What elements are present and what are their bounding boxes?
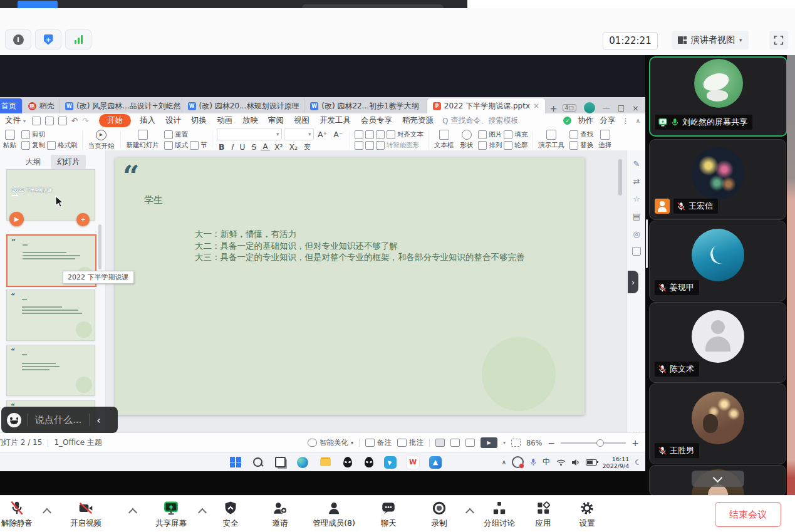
more-menu-icon[interactable]: ⋮ [621, 116, 630, 125]
collaborate-button[interactable]: 协作 [578, 115, 593, 126]
new-slide-button[interactable]: 新建幻灯片 [123, 130, 163, 150]
notification-moon-icon[interactable]: ☾ [635, 458, 642, 467]
ribbon-tab-slideshow[interactable]: 放映 [242, 115, 258, 126]
grow-font-button[interactable]: A⁺ [316, 130, 330, 139]
fit-slide-button[interactable] [511, 439, 521, 447]
add-slide-button[interactable]: + [76, 213, 90, 226]
reading-view-button[interactable] [465, 439, 475, 447]
slides-tab[interactable]: 幻灯片 [51, 155, 86, 169]
ribbon-tab-insert[interactable]: 插入 [140, 115, 155, 126]
favorites-panel-icon[interactable]: ☆ [633, 194, 640, 204]
play-from-page-button[interactable]: ▶当页开始 [85, 130, 118, 150]
clock[interactable]: 16:112022/9/4 [603, 456, 630, 469]
font-name-select[interactable]: ▾ [217, 128, 282, 140]
font-size-select[interactable]: ▾ [284, 128, 314, 140]
participant-tile-sharing[interactable]: 刘屹然的屏幕共享 [649, 56, 787, 137]
find-button[interactable]: 查找 [569, 130, 593, 139]
replace-button[interactable]: 替换 [569, 141, 593, 150]
layout-panel-icon[interactable]: ▤ [633, 212, 640, 221]
tab-manager-badge[interactable]: 4□ [563, 104, 576, 112]
participant-tile-partial[interactable] [649, 465, 786, 495]
textbox-button[interactable]: 文本框 [431, 130, 457, 150]
align-left-icon[interactable] [355, 141, 363, 150]
wps-home-tab[interactable]: 首页 [0, 98, 23, 113]
wps-doc-tab-2[interactable]: W(改) 园林20...林规划设计原理 [182, 98, 305, 113]
outline-button[interactable]: 轮廓 [504, 141, 527, 150]
record-options-chevron[interactable] [465, 508, 474, 517]
battery-icon[interactable] [586, 459, 597, 466]
alienware-icon-1[interactable] [341, 456, 355, 469]
participant-tile[interactable]: 姜现甲 [649, 221, 786, 301]
slideshow-button[interactable]: ▶ [481, 437, 497, 448]
transition-panel-icon[interactable]: ⇄ [633, 177, 640, 186]
zoom-in-button[interactable]: + [631, 438, 639, 448]
save-icon[interactable] [32, 117, 41, 125]
ribbon-tab-dev[interactable]: 开发工具 [320, 115, 351, 126]
settings-button[interactable]: 设置 [579, 500, 595, 529]
thumbnail-scrollbar[interactable] [98, 224, 101, 269]
tray-chevron-icon[interactable]: ∧ [502, 459, 506, 466]
preview-icon[interactable] [58, 117, 67, 125]
paste-button[interactable]: 粘贴 [0, 130, 19, 150]
meeting-info-button[interactable]: i [5, 29, 31, 50]
cut-button[interactable]: 剪切 [21, 130, 78, 139]
shapes-button[interactable]: 形状 [457, 130, 476, 150]
fullscreen-button[interactable] [769, 31, 788, 50]
align-center-icon[interactable] [365, 141, 374, 150]
mic-tray-icon[interactable] [529, 457, 537, 467]
messenger-app-icon[interactable] [383, 456, 397, 469]
share-screen-button[interactable]: 共享屏幕 [155, 500, 187, 529]
record-button[interactable]: 录制 [431, 500, 447, 529]
slide-sorter-view-button[interactable] [450, 439, 460, 447]
chat-input[interactable]: 说点什么... [28, 414, 89, 426]
edit-panel-icon[interactable]: ✎ [633, 159, 640, 169]
media-panel-icon[interactable]: ◎ [633, 229, 640, 239]
new-tab-button[interactable]: + [545, 103, 563, 113]
notes-button[interactable]: 备注 [365, 438, 392, 447]
number-list-icon[interactable] [365, 130, 374, 139]
share-button[interactable]: 分享 [600, 115, 615, 126]
zoom-slider[interactable] [561, 442, 626, 444]
video-options-chevron[interactable] [128, 508, 137, 517]
line-spacing-icon[interactable] [376, 141, 385, 150]
format-painter-button[interactable]: 格式刷 [47, 141, 78, 150]
ribbon-tab-docer[interactable]: 稻壳资源 [402, 115, 434, 126]
indent-decrease-icon[interactable] [376, 130, 385, 139]
chat-quick-bar[interactable]: 说点什么... ‹ [1, 407, 118, 433]
collapse-chat-button[interactable]: ‹ [90, 414, 107, 426]
scroll-participants-down-button[interactable] [692, 471, 744, 487]
ribbon-tab-review[interactable]: 审阅 [268, 115, 284, 126]
redo-icon[interactable]: ↷ [82, 116, 88, 125]
smartart-button[interactable]: 转智能图形 [387, 141, 420, 150]
slide-canvas[interactable]: “ 学生 大一：新鲜，懵懂，有活力 大二：具备一定的基础知识，但对专业知识还不够… [115, 158, 585, 415]
comments-button[interactable]: 批注 [397, 438, 423, 447]
file-explorer-icon[interactable] [318, 456, 332, 469]
wps-account-avatar[interactable] [584, 102, 595, 113]
print-icon[interactable] [45, 117, 54, 125]
play-slideshow-button[interactable]: ▶ [9, 212, 24, 226]
ribbon-tab-transition[interactable]: 切换 [191, 115, 207, 126]
chat-button[interactable]: 聊天 [380, 500, 397, 529]
fill-button[interactable]: 填充 [504, 130, 527, 139]
wps-restore-button[interactable]: □ [618, 103, 625, 112]
meeting-app-taskbar-icon[interactable]: ▲ [429, 456, 442, 469]
screen-record-tray-icon[interactable] [512, 456, 524, 468]
view-mode-selector[interactable]: 演讲者视图 ▾ [672, 31, 749, 50]
align-text-button[interactable]: 对齐文本 [397, 130, 423, 139]
section-button[interactable]: 节 [190, 141, 207, 150]
picture-button[interactable]: 图片 [478, 130, 502, 139]
slideshow-caret-icon[interactable]: ▾ [503, 440, 506, 446]
select-button[interactable]: 选择 [595, 130, 615, 150]
ribbon-tab-home[interactable]: 开始 [99, 114, 131, 127]
audio-options-chevron[interactable] [43, 508, 51, 517]
apps-button[interactable]: 应用 [535, 500, 551, 529]
security-toolbar-button[interactable]: 安全 [222, 500, 239, 529]
arrange-button[interactable]: 排列 [478, 141, 502, 150]
ribbon-tab-design[interactable]: 设计 [165, 115, 181, 126]
panel-expand-button[interactable]: ‹ [628, 271, 638, 293]
slide-thumbnail-1[interactable]: 2022 下半学期说课 ▶ + [6, 169, 95, 221]
ribbon-tab-animation[interactable]: 动画 [217, 115, 232, 126]
file-menu[interactable]: 文件 ▾ [5, 115, 26, 126]
taskbar-search-icon[interactable] [251, 456, 264, 469]
wps-doc-tab-3[interactable]: W(改) 园林22...初步1教学大纲 [304, 98, 427, 113]
